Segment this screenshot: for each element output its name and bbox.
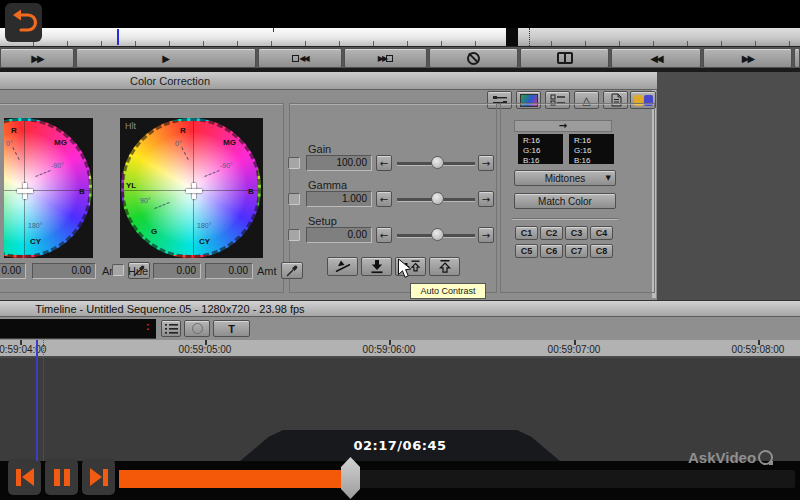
- auto-balance-button[interactable]: [327, 257, 358, 276]
- no-symbol-icon: [467, 52, 480, 65]
- next-button[interactable]: [82, 459, 115, 495]
- fast-forward-button-2[interactable]: ▶▶: [703, 48, 792, 68]
- auto-black-icon: [369, 259, 385, 274]
- midtones-dropdown[interactable]: Midtones ▼: [514, 170, 616, 186]
- timeline-record-button[interactable]: [184, 320, 210, 337]
- setup-slider-thumb[interactable]: [431, 228, 444, 241]
- gain-slider-thumb[interactable]: [431, 156, 444, 169]
- progress-fill: [119, 470, 346, 488]
- pause-button[interactable]: [45, 459, 78, 495]
- correction-bucket-c7[interactable]: C7: [565, 244, 588, 258]
- wheel1-amt-value-1[interactable]: 0.00: [0, 263, 26, 279]
- circle-icon: [192, 323, 203, 334]
- time-display: 02:17/06:45: [353, 438, 446, 453]
- timeline-titlebar[interactable]: Timeline - Untitled Sequence.05 - 1280x7…: [0, 300, 800, 317]
- timeline-list-button[interactable]: [161, 320, 181, 337]
- correction-bucket-c6[interactable]: C6: [540, 244, 563, 258]
- timecode-label: 00:59:06:00: [363, 344, 416, 355]
- disable-button[interactable]: [429, 48, 518, 68]
- gamma-increase-button[interactable]: →: [478, 191, 494, 207]
- gamma-slider-thumb[interactable]: [431, 192, 444, 205]
- timeline-playhead[interactable]: [36, 340, 38, 461]
- match-color-button[interactable]: Match Color: [514, 193, 616, 209]
- auto-white-button[interactable]: [429, 257, 460, 276]
- color-wheel-2[interactable]: R 0° MG -90° B 180° CY G 90° YL: [121, 118, 261, 258]
- cc-window-titlebar[interactable]: Color Correction: [0, 72, 657, 90]
- gain-value-field[interactable]: 100.00: [306, 155, 372, 171]
- auto-white-icon: [437, 259, 453, 274]
- divider: [512, 218, 618, 220]
- correction-bucket-c2[interactable]: C2: [540, 226, 563, 240]
- gain-label: Gain: [308, 143, 331, 155]
- back-button[interactable]: [5, 3, 42, 42]
- skip-forward-icon: [90, 468, 102, 486]
- rewind-icon: ◀◀: [650, 53, 661, 64]
- tooltip-text: Auto Contrast: [420, 286, 475, 296]
- skip-forward-icon: [103, 469, 108, 486]
- color-wheel-1[interactable]: R 0° MG -90° B 180° CY G 90° YL: [4, 118, 92, 258]
- wheel-cursor[interactable]: [17, 189, 33, 193]
- hue-checkbox[interactable]: [112, 264, 124, 276]
- go-to-next-clip-button[interactable]: ▶▶: [344, 48, 427, 68]
- fast-forward-button-1[interactable]: ▶▶: [0, 48, 74, 68]
- setup-value-field[interactable]: 0.00: [306, 227, 372, 243]
- gamma-value-field[interactable]: 1.000: [306, 191, 372, 207]
- prev-button[interactable]: [8, 459, 41, 495]
- wheel-angle-0: 0°: [6, 140, 13, 147]
- left-arrow-icon: ←: [380, 194, 388, 205]
- go-to-prev-clip-button[interactable]: ◀◀: [258, 48, 342, 68]
- rgb-r-value: R:16: [523, 136, 563, 146]
- gamma-checkbox[interactable]: [288, 193, 300, 205]
- toolbar-button-partial[interactable]: [794, 48, 800, 68]
- correction-bucket-c5[interactable]: C5: [515, 244, 538, 258]
- gain-decrease-button[interactable]: ←: [376, 155, 392, 171]
- wheel2-eyedropper-button[interactable]: [281, 262, 303, 279]
- correction-bucket-c1[interactable]: C1: [515, 226, 538, 240]
- correction-bucket-c4[interactable]: C4: [590, 226, 613, 240]
- wheel-cursor[interactable]: [186, 189, 202, 193]
- tooltip: Auto Contrast: [410, 283, 486, 299]
- copy-direction-bar[interactable]: →: [514, 120, 612, 132]
- play-button[interactable]: ▶: [76, 48, 256, 68]
- c3-label: C3: [571, 228, 583, 238]
- setup-increase-button[interactable]: →: [478, 227, 494, 243]
- timeline-text-button[interactable]: T: [213, 320, 250, 337]
- fast-forward-icon: ▶▶: [742, 53, 753, 64]
- brand-name: AskVideo: [688, 449, 756, 466]
- color-wheel-1-box: R 0° MG -90° B 180° CY G 90° YL: [4, 118, 93, 258]
- wheel-label-mg: MG: [54, 138, 67, 147]
- timecode-ruler[interactable]: 00:59:04:00 00:59:05:00 00:59:06:00 00:5…: [0, 340, 800, 358]
- wheel2-amt-value-2[interactable]: 0.00: [205, 263, 253, 279]
- correction-bucket-c3[interactable]: C3: [565, 226, 588, 240]
- pause-icon: [54, 469, 60, 486]
- setup-checkbox[interactable]: [288, 229, 300, 241]
- c5-label: C5: [521, 246, 533, 256]
- gain-increase-button[interactable]: →: [478, 155, 494, 171]
- wheel-label-b: B: [79, 187, 85, 196]
- wheel-label-cy: CY: [30, 237, 41, 246]
- wheel-leader: [12, 147, 19, 160]
- split-pane-button[interactable]: [520, 48, 609, 68]
- wheel-leader: [154, 202, 169, 209]
- rgb-r-value: R:16: [574, 136, 614, 146]
- auto-black-button[interactable]: [361, 257, 392, 276]
- wheel2-amt-value-1[interactable]: 0.00: [153, 263, 201, 279]
- timecode-label: 00:59:05:00: [179, 344, 232, 355]
- text-tool-label: T: [228, 323, 235, 335]
- rgb-swatch-target: R:16 G:16 B:16: [569, 134, 614, 164]
- setup-label: Setup: [308, 215, 337, 227]
- list-icon: [164, 322, 179, 335]
- brand-logo: AskVideo: [688, 449, 773, 466]
- wheel-label-b: B: [248, 187, 254, 196]
- setup-decrease-button[interactable]: ←: [376, 227, 392, 243]
- gain-checkbox[interactable]: [288, 157, 300, 169]
- wheel1-amt-value-2[interactable]: 0.00: [32, 263, 96, 279]
- c1-label: C1: [521, 228, 533, 238]
- timecode-label: 00:59:07:00: [548, 344, 601, 355]
- gamma-decrease-button[interactable]: ←: [376, 191, 392, 207]
- correction-bucket-c8[interactable]: C8: [590, 244, 613, 258]
- mini-ruler-playhead[interactable]: [117, 29, 119, 45]
- rgb-b-value: B:16: [574, 156, 614, 166]
- time-display-panel: 02:17/06:45: [240, 430, 560, 461]
- rewind-button[interactable]: ◀◀: [611, 48, 701, 68]
